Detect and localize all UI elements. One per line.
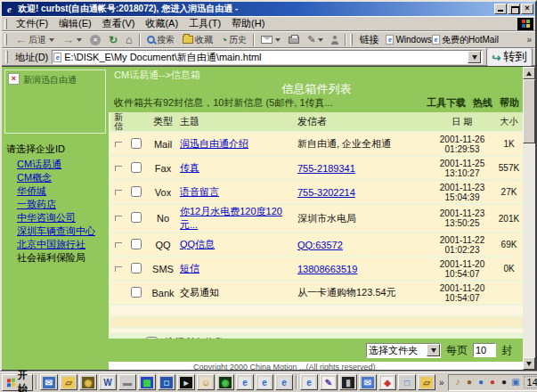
sidebar-enterprise-link[interactable]: CM概念: [17, 171, 106, 184]
sidebar-enterprise-link[interactable]: 中华咨询公司: [17, 211, 106, 225]
taskbar-app-button[interactable]: ✉: [359, 374, 377, 390]
history-button[interactable]: 历史: [217, 32, 250, 47]
scrollbar-thumb[interactable]: [523, 79, 535, 143]
taskbar-clock[interactable]: 14:09: [524, 376, 537, 388]
taskbar-app-button[interactable]: ✎: [320, 374, 338, 390]
favorites-button[interactable]: 收藏: [179, 32, 216, 47]
row-checkbox[interactable]: [131, 186, 142, 197]
header-link[interactable]: 帮助: [500, 96, 519, 110]
message-sender[interactable]: QQ:63572: [297, 240, 343, 250]
per-page-input[interactable]: [473, 343, 496, 357]
toolbar-overflow-chevron[interactable]: »: [525, 35, 533, 45]
message-sender[interactable]: 13808663519: [297, 264, 357, 274]
refresh-button[interactable]: [105, 32, 121, 47]
messenger-icon[interactable]: ●: [476, 375, 487, 389]
address-dropdown-button[interactable]: [468, 51, 481, 63]
taskbar-app-button[interactable]: ☺: [197, 374, 215, 390]
toolbar-link[interactable]: 免费的HotMail: [432, 34, 499, 46]
network-icon[interactable]: ▣: [510, 375, 522, 389]
menu-item[interactable]: 查看(V): [97, 17, 141, 29]
address-input[interactable]: [64, 52, 465, 63]
message-subject[interactable]: 语音留言: [180, 186, 219, 197]
start-button[interactable]: 开始: [2, 374, 33, 391]
scroll-down-button[interactable]: [523, 357, 535, 370]
sidebar-enterprise-link[interactable]: 华侨城: [17, 184, 106, 198]
sidebar-enterprise-link[interactable]: 一致药店: [17, 198, 106, 211]
taskbar-app-button[interactable]: ▱: [60, 374, 77, 390]
message-subject: 交易通知: [180, 287, 219, 298]
back-button[interactable]: 后退: [12, 32, 58, 47]
forward-button[interactable]: [59, 32, 85, 47]
row-checkbox[interactable]: [131, 287, 142, 298]
header-link[interactable]: 工具下载: [427, 96, 466, 110]
device-icon[interactable]: ●: [464, 375, 476, 389]
taskbar-app-button[interactable]: ▬: [118, 374, 136, 390]
mail-button[interactable]: [257, 32, 284, 47]
message-sender[interactable]: 755-2189341: [297, 163, 355, 174]
sidebar-enterprise-link[interactable]: 北京中国旅行社: [17, 238, 106, 251]
taskbar-app-button[interactable]: ◘: [158, 374, 175, 390]
edit-button[interactable]: [304, 32, 327, 47]
taskbar-overflow-chevron[interactable]: »: [437, 378, 446, 388]
taskbar-app-button[interactable]: □: [398, 374, 416, 390]
menu-item[interactable]: 文件(F): [11, 17, 53, 29]
links-grip[interactable]: [350, 34, 353, 46]
taskbar-app-button[interactable]: ▱: [418, 374, 435, 390]
message-date: 2001-11-20: [429, 283, 495, 293]
toolbar-link[interactable]: Windows: [386, 35, 432, 45]
taskbar-app-button[interactable]: e: [256, 374, 273, 390]
menu-item[interactable]: 帮助(H): [226, 17, 270, 29]
scrollbar-track[interactable]: [523, 143, 535, 357]
taskbar-app-button[interactable]: ◉: [216, 374, 234, 390]
message-subject[interactable]: QQ信息: [180, 239, 215, 249]
print-button[interactable]: [285, 32, 303, 47]
address-grip[interactable]: [5, 51, 8, 63]
taskbar-app-button[interactable]: ▦: [138, 374, 156, 390]
search-button[interactable]: 搜索: [143, 32, 178, 47]
taskbar-app-button[interactable]: ▮: [339, 374, 357, 390]
home-button[interactable]: [122, 32, 136, 47]
message-subject[interactable]: 你12月水电费120度120元...: [180, 206, 282, 230]
message-subject[interactable]: 短信: [180, 263, 199, 274]
menu-grip[interactable]: [4, 19, 7, 29]
taskbar-app-button[interactable]: ✉: [40, 374, 58, 390]
taskbar-app-button[interactable]: W: [99, 374, 117, 390]
discuss-button[interactable]: [328, 32, 342, 47]
column-header: 类型: [146, 115, 180, 128]
editor-icon: ✎: [322, 377, 335, 388]
message-subject[interactable]: 传真: [180, 162, 199, 173]
folder-select-dropdown-button[interactable]: [427, 344, 440, 356]
menu-item[interactable]: 编辑(E): [53, 17, 97, 29]
taskbar-app-button[interactable]: ◈: [378, 374, 396, 390]
restore-button[interactable]: [508, 4, 520, 14]
sidebar-enterprise-link[interactable]: 深圳车辆查询中心: [17, 225, 106, 238]
toolbar-grip[interactable]: [4, 34, 7, 46]
go-button[interactable]: 转到: [486, 47, 533, 67]
scroll-up-button[interactable]: [523, 67, 535, 79]
sidebar-enterprise-link[interactable]: CM话易通: [17, 158, 106, 171]
stop-button[interactable]: [86, 32, 104, 47]
header-link[interactable]: 热线: [473, 96, 492, 110]
message-sender[interactable]: 755-3202214: [297, 187, 355, 198]
antivirus-icon[interactable]: ●: [487, 375, 499, 389]
taskbar-app-button[interactable]: ◉: [79, 374, 97, 390]
row-checkbox[interactable]: [131, 162, 142, 173]
taskbar-app-button[interactable]: e: [275, 374, 293, 390]
row-checkbox[interactable]: [131, 212, 142, 223]
folder-select[interactable]: 选择文件夹: [366, 343, 441, 358]
favorites-label: 收藏: [195, 34, 213, 46]
column-header: 日 期: [429, 117, 495, 127]
menu-item[interactable]: 工具(T): [183, 17, 226, 29]
close-button[interactable]: [521, 4, 533, 14]
taskbar-app-button[interactable]: e: [236, 374, 254, 390]
message-subject[interactable]: 润迅自由通介绍: [180, 138, 248, 149]
qq-icon[interactable]: ●: [499, 375, 510, 389]
taskbar-app-button[interactable]: ▸: [177, 374, 195, 390]
minimize-button[interactable]: [494, 4, 507, 14]
row-checkbox[interactable]: [131, 263, 142, 274]
volume-icon[interactable]: ♪: [452, 375, 464, 389]
row-checkbox[interactable]: [131, 138, 142, 149]
menu-item[interactable]: 收藏(A): [140, 17, 183, 29]
row-checkbox[interactable]: [131, 239, 142, 249]
taskbar-app-button[interactable]: e: [300, 374, 318, 390]
